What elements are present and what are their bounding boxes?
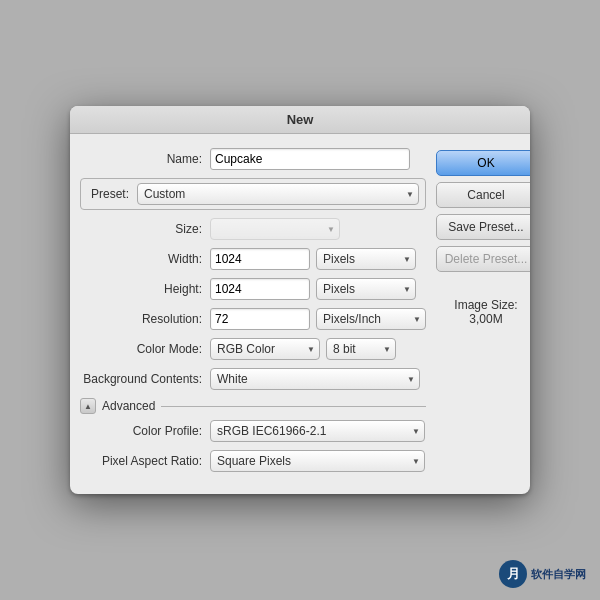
preset-select[interactable]: Custom	[137, 183, 419, 205]
cancel-button[interactable]: Cancel	[436, 182, 530, 208]
ok-button[interactable]: OK	[436, 150, 530, 176]
background-label: Background Contents:	[80, 372, 210, 386]
height-row: Height: Pixels	[80, 278, 426, 300]
watermark-text: 软件自学网	[531, 567, 586, 582]
name-row: Name:	[80, 148, 426, 170]
resolution-unit-select[interactable]: Pixels/Inch	[316, 308, 426, 330]
preset-section: Preset: Custom	[80, 178, 426, 210]
name-label: Name:	[80, 152, 210, 166]
height-input[interactable]	[210, 278, 310, 300]
width-unit-wrapper: Pixels	[316, 248, 416, 270]
width-label: Width:	[80, 252, 210, 266]
width-row: Width: Pixels	[80, 248, 426, 270]
color-profile-label: Color Profile:	[80, 424, 210, 438]
advanced-section: ▲ Advanced Color Profile: sRGB IEC61966-…	[80, 398, 426, 472]
bit-depth-wrapper: 8 bit	[326, 338, 396, 360]
pixel-aspect-row: Pixel Aspect Ratio: Square Pixels	[80, 450, 426, 472]
size-label: Size:	[80, 222, 210, 236]
color-profile-select[interactable]: sRGB IEC61966-2.1	[210, 420, 425, 442]
color-profile-wrapper: sRGB IEC61966-2.1	[210, 420, 425, 442]
preset-label: Preset:	[87, 187, 137, 201]
width-input[interactable]	[210, 248, 310, 270]
advanced-divider	[161, 406, 426, 407]
image-size-label: Image Size:	[436, 298, 530, 312]
pixel-aspect-select[interactable]: Square Pixels	[210, 450, 425, 472]
advanced-triangle-icon[interactable]: ▲	[80, 398, 96, 414]
height-unit-select[interactable]: Pixels	[316, 278, 416, 300]
background-row: Background Contents: White	[80, 368, 426, 390]
advanced-toggle[interactable]: ▲ Advanced	[80, 398, 426, 414]
resolution-input[interactable]	[210, 308, 310, 330]
height-unit-wrapper: Pixels	[316, 278, 416, 300]
image-size-area: Image Size: 3,00M	[436, 298, 530, 326]
form-area: Name: Preset: Custom Size:	[80, 148, 426, 480]
size-select-wrapper	[210, 218, 340, 240]
color-mode-row: Color Mode: RGB Color 8 bit	[80, 338, 426, 360]
buttons-area: OK Cancel Save Preset... Delete Preset..…	[436, 148, 530, 480]
dialog-title: New	[70, 106, 530, 134]
color-mode-label: Color Mode:	[80, 342, 210, 356]
name-input[interactable]	[210, 148, 410, 170]
height-label: Height:	[80, 282, 210, 296]
image-size-value: 3,00M	[436, 312, 530, 326]
pixel-aspect-wrapper: Square Pixels	[210, 450, 425, 472]
resolution-unit-wrapper: Pixels/Inch	[316, 308, 426, 330]
width-unit-select[interactable]: Pixels	[316, 248, 416, 270]
preset-select-wrapper: Custom	[137, 183, 419, 205]
delete-preset-button[interactable]: Delete Preset...	[436, 246, 530, 272]
advanced-label: Advanced	[102, 399, 155, 413]
save-preset-button[interactable]: Save Preset...	[436, 214, 530, 240]
size-select[interactable]	[210, 218, 340, 240]
pixel-aspect-label: Pixel Aspect Ratio:	[80, 454, 210, 468]
background-select[interactable]: White	[210, 368, 420, 390]
resolution-row: Resolution: Pixels/Inch	[80, 308, 426, 330]
bit-depth-select[interactable]: 8 bit	[326, 338, 396, 360]
watermark: 月 软件自学网	[499, 560, 586, 588]
size-row: Size:	[80, 218, 426, 240]
new-document-dialog: New Name: Preset: Custom	[70, 106, 530, 494]
resolution-label: Resolution:	[80, 312, 210, 326]
color-profile-row: Color Profile: sRGB IEC61966-2.1	[80, 420, 426, 442]
color-mode-wrapper: RGB Color	[210, 338, 320, 360]
background-wrapper: White	[210, 368, 420, 390]
color-mode-select[interactable]: RGB Color	[210, 338, 320, 360]
watermark-icon: 月	[499, 560, 527, 588]
